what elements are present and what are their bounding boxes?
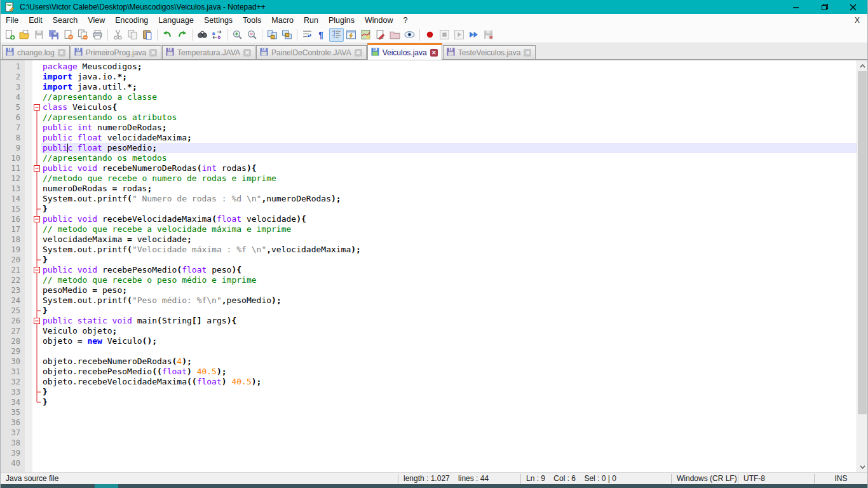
bookmark-margin[interactable] [25, 224, 32, 234]
replace-icon[interactable]: ab [210, 28, 224, 42]
line-text[interactable]: } [41, 397, 857, 407]
fold-collapse-icon[interactable] [32, 102, 41, 112]
save-all-icon[interactable] [46, 28, 61, 42]
folder-as-workspace-icon[interactable] [388, 28, 402, 42]
bookmark-margin[interactable] [25, 367, 32, 377]
macro-save-icon[interactable] [481, 28, 496, 42]
menu-window[interactable]: Window [360, 15, 398, 26]
bookmark-margin[interactable] [25, 234, 32, 245]
line-number[interactable]: 5 [1, 102, 25, 112]
code-line-33[interactable]: 33} [1, 387, 857, 397]
line-number[interactable]: 29 [1, 346, 25, 356]
fold-collapse-icon[interactable] [32, 163, 41, 173]
line-text[interactable]: } [41, 387, 857, 397]
line-text[interactable]: numeroDeRodas = rodas; [41, 184, 857, 194]
restore-button[interactable] [810, 0, 839, 14]
line-number[interactable]: 36 [1, 417, 25, 428]
code-line-36[interactable]: 36 [1, 417, 857, 428]
line-number[interactable]: 30 [1, 356, 25, 367]
macro-record-icon[interactable] [423, 28, 437, 42]
line-number[interactable]: 40 [1, 458, 25, 468]
code-line-29[interactable]: 29 [1, 346, 857, 356]
line-text[interactable]: objeto = new Veiculo(); [41, 336, 857, 346]
fold-collapse-icon[interactable] [32, 316, 41, 326]
line-number[interactable]: 39 [1, 448, 25, 458]
menu-run[interactable]: Run [299, 15, 323, 26]
line-text[interactable]: public float pesoMedio; [41, 143, 857, 153]
code-line-21[interactable]: 21public void recebePesoMedio(float peso… [1, 265, 857, 275]
menu-edit[interactable]: Edit [24, 15, 48, 26]
code-line-7[interactable]: 7public int numeroDeRodas; [1, 123, 857, 133]
line-number[interactable]: 17 [1, 224, 25, 234]
tab-close-icon[interactable]: ✕ [430, 49, 438, 57]
line-number[interactable]: 32 [1, 377, 25, 387]
bookmark-margin[interactable] [25, 417, 32, 428]
tab-close-icon[interactable]: ✕ [355, 49, 362, 57]
code-line-9[interactable]: 9public float pesoMedio; [1, 143, 857, 153]
code-line-13[interactable]: 13numeroDeRodas = rodas; [1, 184, 857, 194]
bookmark-margin[interactable] [25, 72, 32, 82]
line-text[interactable]: public int numeroDeRodas; [41, 123, 857, 133]
bookmark-margin[interactable] [25, 112, 32, 123]
bookmark-margin[interactable] [25, 133, 32, 143]
code-line-27[interactable]: 27Veiculo objeto; [1, 326, 857, 336]
line-number[interactable]: 15 [1, 204, 25, 214]
minimize-button[interactable] [782, 0, 810, 14]
print-icon[interactable] [90, 28, 105, 42]
line-number[interactable]: 2 [1, 72, 25, 82]
code-line-6[interactable]: 6//apresentando os atributos [1, 112, 857, 123]
line-text[interactable]: package Meuscodigos; [41, 62, 857, 72]
line-text[interactable]: //apresentando a classe [41, 92, 857, 102]
code-line-12[interactable]: 12//metodo que recebe o numero de rodas … [1, 173, 857, 184]
line-number[interactable]: 34 [1, 397, 25, 407]
undo-icon[interactable] [160, 28, 175, 42]
code-line-23[interactable]: 23pesoMedio = peso; [1, 285, 857, 295]
bookmark-margin[interactable] [25, 102, 32, 112]
bookmark-margin[interactable] [25, 438, 32, 448]
bookmark-margin[interactable] [25, 184, 32, 194]
bookmark-margin[interactable] [25, 275, 32, 285]
fold-collapse-icon[interactable] [32, 214, 41, 224]
tab-close-icon[interactable]: ✕ [524, 49, 531, 57]
line-text[interactable]: velocidadeMaxima = velocidade; [41, 234, 857, 245]
tab-paineldecontrole-java[interactable]: PainelDeControle.JAVA✕ [256, 45, 367, 59]
bookmark-margin[interactable] [25, 306, 32, 316]
line-text[interactable] [41, 346, 857, 356]
line-text[interactable]: System.out.printf(" Numero de rodas : %d… [41, 194, 857, 204]
code-line-34[interactable]: 34} [1, 397, 857, 407]
line-text[interactable]: // metodo que recebe o peso médio e impr… [41, 275, 857, 285]
bookmark-margin[interactable] [25, 356, 32, 367]
line-number[interactable]: 11 [1, 163, 25, 173]
line-text[interactable] [41, 438, 857, 448]
line-number[interactable]: 7 [1, 123, 25, 133]
line-number[interactable]: 31 [1, 367, 25, 377]
bookmark-margin[interactable] [25, 428, 32, 438]
code-line-8[interactable]: 8public float velocidadeMaxima; [1, 133, 857, 143]
bookmark-margin[interactable] [25, 92, 32, 102]
line-number[interactable]: 23 [1, 285, 25, 295]
line-number[interactable]: 20 [1, 255, 25, 265]
code-line-38[interactable]: 38 [1, 438, 857, 448]
line-number[interactable]: 4 [1, 92, 25, 102]
bookmark-margin[interactable] [25, 143, 32, 153]
bookmark-margin[interactable] [25, 82, 32, 92]
sync-vertical-scroll-icon[interactable] [265, 28, 280, 42]
code-line-40[interactable]: 40 [1, 458, 857, 468]
line-number[interactable]: 24 [1, 295, 25, 306]
find-icon[interactable] [195, 28, 210, 42]
line-text[interactable] [41, 428, 857, 438]
code-line-20[interactable]: 20} [1, 255, 857, 265]
code-line-35[interactable]: 35 [1, 407, 857, 417]
line-number[interactable]: 10 [1, 153, 25, 163]
bookmark-margin[interactable] [25, 255, 32, 265]
menu-help[interactable]: ? [398, 15, 412, 26]
macro-run-multiple-icon[interactable] [466, 28, 481, 42]
code-line-25[interactable]: 25} [1, 306, 857, 316]
menu-file[interactable]: File [1, 15, 24, 26]
code-line-22[interactable]: 22// metodo que recebe o peso médio e im… [1, 275, 857, 285]
code-line-28[interactable]: 28objeto = new Veiculo(); [1, 336, 857, 346]
menu-view[interactable]: View [83, 15, 110, 26]
bookmark-margin[interactable] [25, 214, 32, 224]
tab-close-icon[interactable]: ✕ [58, 49, 65, 57]
line-number[interactable]: 18 [1, 234, 25, 245]
